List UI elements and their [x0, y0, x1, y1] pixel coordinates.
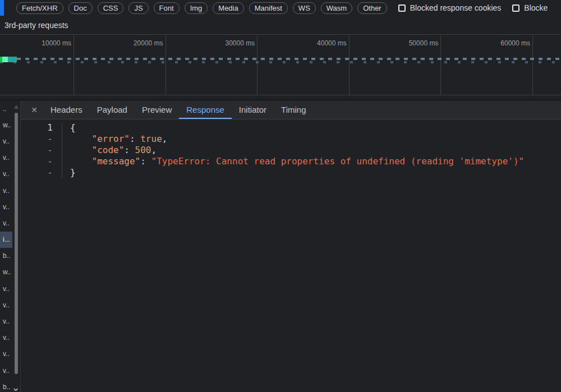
- gutter-entry: -: [21, 145, 53, 156]
- tab-payload[interactable]: Payload: [90, 100, 135, 119]
- request-list-item[interactable]: b..: [0, 248, 12, 264]
- tab-response[interactable]: Response: [179, 100, 232, 119]
- request-list-item[interactable]: v..: [0, 182, 12, 199]
- filter-chip-doc[interactable]: Doc: [68, 2, 93, 14]
- gutter-entry: -: [21, 133, 53, 145]
- tab-preview[interactable]: Preview: [135, 100, 179, 119]
- checkbox-icon: [398, 4, 406, 12]
- timeline-gridline: [165, 35, 166, 95]
- request-ticks-row: [0, 61, 561, 63]
- detail-tabbar: ✕ HeadersPayloadPreviewResponseInitiator…: [21, 100, 561, 119]
- tab-timing[interactable]: Timing: [274, 100, 313, 119]
- filter-chip-other[interactable]: Other: [357, 2, 387, 14]
- timeline-tick-label: 30000 ms: [204, 39, 255, 47]
- scroll-up-icon[interactable]: [14, 105, 19, 109]
- request-list-item[interactable]: v..: [0, 199, 12, 215]
- gutter-entry: -: [21, 167, 53, 178]
- third-party-requests-label: 3rd-party requests: [4, 21, 68, 30]
- filter-chip-fetch-xhr[interactable]: Fetch/XHR: [16, 2, 63, 14]
- timeline-gridline: [440, 35, 441, 95]
- request-list-item[interactable]: v..: [0, 330, 12, 346]
- selected-request-waterfall-bar: [0, 57, 17, 62]
- blocked-checkbox-group: Blocked response cookiesBlocke: [398, 3, 548, 12]
- code-line: }: [70, 167, 524, 178]
- filter-chip-css[interactable]: CSS: [98, 2, 124, 14]
- checkbox-icon: [512, 4, 519, 12]
- scrollbar-thumb[interactable]: [15, 113, 18, 374]
- code-line: "code": 500,: [70, 145, 524, 156]
- filter-chip-media[interactable]: Media: [213, 2, 243, 14]
- request-list-item[interactable]: w..: [0, 117, 12, 133]
- network-filter-toolbar: Fetch/XHRDocCSSJSFontImgMediaManifestWSW…: [0, 0, 561, 16]
- request-list-item[interactable]: w..: [0, 264, 12, 280]
- tab-headers[interactable]: Headers: [43, 100, 90, 119]
- request-detail-panel: ✕ HeadersPayloadPreviewResponseInitiator…: [20, 100, 561, 392]
- blocked-checkbox-0[interactable]: Blocked response cookies: [398, 3, 502, 12]
- code-line: {: [70, 122, 524, 133]
- timeline-tick-label: 40000 ms: [296, 39, 347, 47]
- focus-strip: [0, 0, 4, 16]
- blocked-checkbox-1[interactable]: Blocke: [512, 3, 548, 12]
- filter-chip-list: Fetch/XHRDocCSSJSFontImgMediaManifestWSW…: [16, 2, 387, 14]
- response-viewer: 1---- { "error": true, "code": 500, "mes…: [21, 119, 561, 178]
- filter-chip-manifest[interactable]: Manifest: [249, 2, 288, 14]
- request-list-item[interactable]: v..: [0, 215, 12, 231]
- code-line: "message": "TypeError: Cannot read prope…: [70, 156, 524, 167]
- timeline-gridline: [532, 35, 533, 95]
- checkbox-label: Blocke: [524, 3, 548, 12]
- network-detail-section: ..w..v..v..v..v..v..v..i...b..w..v..v..v…: [0, 100, 561, 392]
- request-list-item[interactable]: v..: [0, 133, 12, 149]
- gutter-entry: 1: [21, 122, 53, 133]
- filter-chip-ws[interactable]: WS: [293, 2, 316, 14]
- request-list-item[interactable]: v..: [0, 166, 12, 182]
- request-list-item[interactable]: v..: [0, 280, 12, 297]
- timeline-tick-label: 20000 ms: [113, 39, 163, 47]
- gutter-entry: -: [21, 156, 53, 167]
- tab-initiator[interactable]: Initiator: [232, 100, 274, 119]
- filter-chip-font[interactable]: Font: [154, 2, 180, 14]
- filter-chip-wasm[interactable]: Wasm: [321, 2, 352, 14]
- timeline-gridline: [257, 35, 257, 95]
- timeline-gridline: [349, 35, 350, 95]
- request-list-item[interactable]: v..: [0, 150, 12, 166]
- request-list-scrollbar[interactable]: ⌄: [13, 100, 20, 392]
- timeline-tick-label: 10000 ms: [21, 39, 71, 47]
- line-gutter: 1----: [21, 122, 62, 178]
- request-list: ..w..v..v..v..v..v..v..i...b..w..v..v..v…: [0, 100, 12, 392]
- checkbox-label: Blocked response cookies: [410, 3, 502, 12]
- third-party-requests-filter[interactable]: 3rd-party requests: [0, 16, 561, 35]
- request-list-item[interactable]: v..: [0, 346, 12, 362]
- timeline-tick-label: 50000 ms: [388, 39, 438, 47]
- code-line: "error": true,: [70, 133, 524, 145]
- timeline-tick-label: 60000 ms: [480, 39, 530, 47]
- request-list-item[interactable]: ..: [0, 100, 12, 117]
- close-icon[interactable]: ✕: [27, 100, 41, 119]
- request-list-item[interactable]: v..: [0, 313, 12, 329]
- timeline-overview[interactable]: 10000 ms20000 ms30000 ms40000 ms50000 ms…: [0, 35, 561, 95]
- request-list-item[interactable]: v..: [0, 297, 12, 313]
- tab-list: HeadersPayloadPreviewResponseInitiatorTi…: [43, 100, 313, 119]
- timeline-gridline: [73, 35, 74, 95]
- request-list-item[interactable]: v..: [0, 362, 12, 379]
- request-list-item[interactable]: i...: [0, 232, 12, 248]
- filter-chip-js[interactable]: JS: [128, 2, 148, 14]
- request-ticks-row: [0, 58, 561, 60]
- filter-chip-img[interactable]: Img: [185, 2, 208, 14]
- code-lines: { "error": true, "code": 500, "message":…: [62, 122, 524, 178]
